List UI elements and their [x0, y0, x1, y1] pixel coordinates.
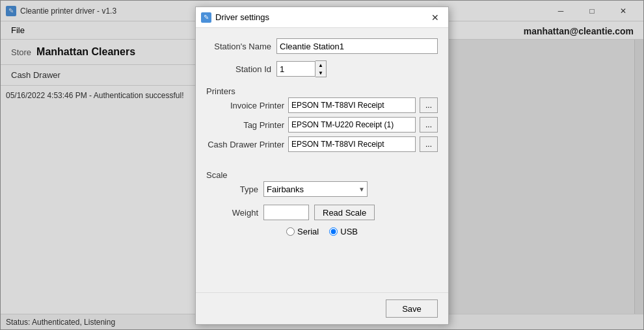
station-name-label: Station's Name [206, 42, 271, 51]
scale-type-select-wrapper: Fairbanks Other ▼ [263, 181, 368, 197]
station-id-increment[interactable]: ▲ [315, 61, 326, 69]
modal-title-bar: ✎ Driver settings ✕ [196, 7, 448, 28]
scale-header: Scale [206, 170, 438, 180]
station-name-input[interactable] [276, 38, 438, 54]
scale-type-row: Type Fairbanks Other ▼ [206, 181, 438, 197]
modal-app-icon: ✎ [201, 12, 211, 23]
printers-header: Printers [206, 86, 438, 96]
invoice-printer-row: Invoice Printer ... [206, 97, 438, 113]
station-id-input[interactable] [276, 61, 315, 77]
cash-drawer-printer-browse-button[interactable]: ... [420, 136, 438, 152]
serial-radio[interactable] [286, 227, 295, 236]
modal-footer: Save [196, 292, 448, 324]
modal-overlay: ✎ Driver settings ✕ Station's Name Stati… [0, 0, 644, 330]
connection-type-row: Serial USB [206, 227, 438, 236]
driver-settings-modal: ✎ Driver settings ✕ Station's Name Stati… [195, 6, 449, 325]
scale-type-select[interactable]: Fairbanks Other [263, 181, 368, 197]
tag-printer-input[interactable] [288, 117, 416, 133]
printers-section: Printers Invoice Printer ... Tag Printer… [206, 84, 438, 156]
cash-drawer-printer-row: Cash Drawer Printer ... [206, 136, 438, 152]
cash-drawer-printer-input[interactable] [288, 136, 416, 152]
station-id-wrapper: ▲ ▼ [276, 60, 327, 77]
app-window: ✎ Cleantie printer driver - v1.3 ─ □ ✕ F… [0, 0, 644, 330]
weight-input[interactable] [263, 205, 309, 220]
invoice-printer-browse-button[interactable]: ... [420, 97, 438, 113]
modal-title: Driver settings [215, 12, 269, 22]
usb-label: USB [340, 227, 358, 236]
weight-row: Weight Read Scale [206, 205, 438, 220]
invoice-printer-input[interactable] [288, 97, 416, 113]
station-id-row: Station Id ▲ ▼ [206, 60, 438, 77]
scale-section: Scale Type Fairbanks Other ▼ [206, 168, 438, 236]
weight-label: Weight [206, 208, 258, 218]
save-button[interactable]: Save [386, 299, 438, 318]
station-name-row: Station's Name [206, 38, 438, 54]
modal-close-button[interactable]: ✕ [427, 10, 443, 25]
usb-radio[interactable] [329, 227, 338, 236]
tag-printer-browse-button[interactable]: ... [420, 117, 438, 133]
tag-printer-label: Tag Printer [206, 120, 284, 130]
usb-radio-item[interactable]: USB [329, 227, 358, 236]
tag-printer-row: Tag Printer ... [206, 117, 438, 133]
cash-drawer-printer-label: Cash Drawer Printer [206, 140, 284, 149]
modal-title-left: ✎ Driver settings [201, 12, 269, 23]
read-scale-button[interactable]: Read Scale [314, 205, 375, 220]
invoice-printer-label: Invoice Printer [206, 101, 284, 110]
serial-label: Serial [297, 227, 319, 236]
modal-body: Station's Name Station Id ▲ ▼ [196, 28, 448, 292]
station-id-decrement[interactable]: ▼ [315, 69, 326, 77]
scale-type-label: Type [206, 184, 258, 194]
station-id-spinner: ▲ ▼ [315, 60, 327, 77]
station-id-label: Station Id [206, 64, 271, 74]
serial-radio-item[interactable]: Serial [286, 227, 319, 236]
